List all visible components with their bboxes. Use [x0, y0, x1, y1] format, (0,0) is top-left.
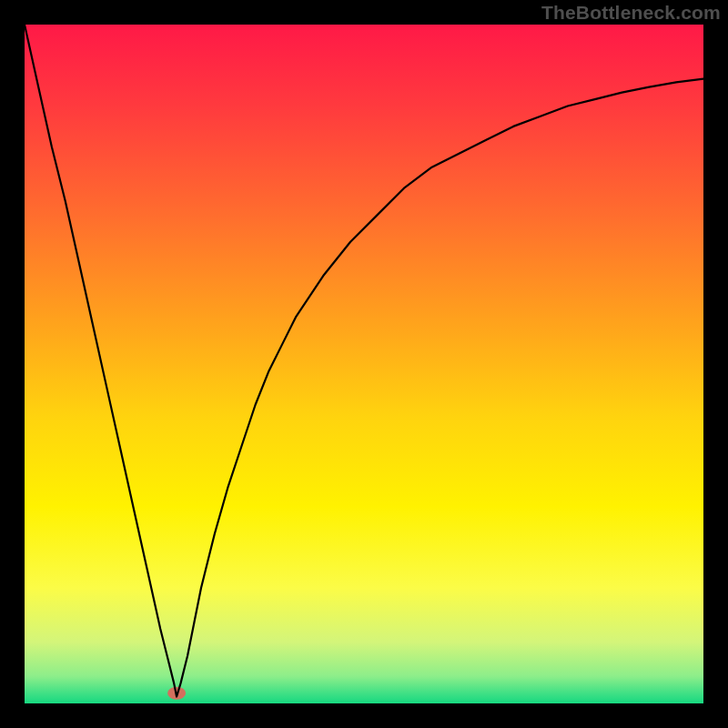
- bottleneck-chart-canvas: [25, 25, 703, 703]
- watermark-text: TheBottleneck.com: [541, 2, 721, 24]
- chart-frame: TheBottleneck.com: [0, 0, 728, 728]
- plot-area: [25, 25, 703, 703]
